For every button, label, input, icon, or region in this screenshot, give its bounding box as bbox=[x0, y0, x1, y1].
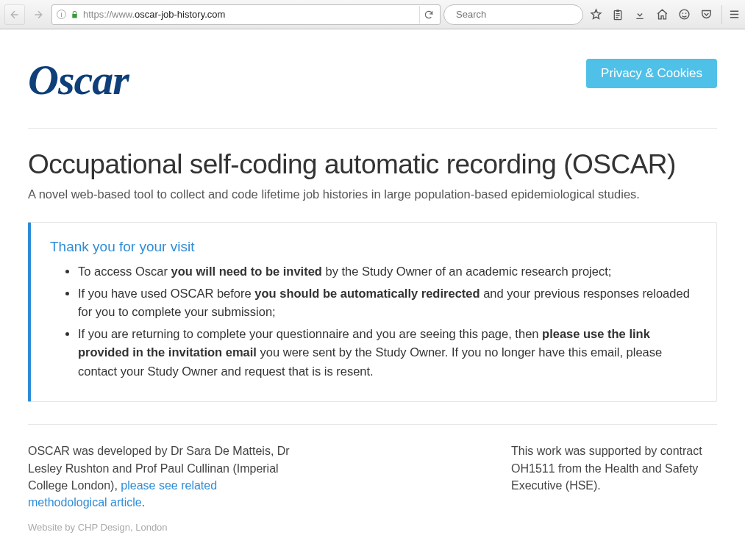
home-icon bbox=[656, 8, 669, 21]
logo: Oscar bbox=[28, 59, 129, 101]
search-input[interactable] bbox=[456, 9, 580, 20]
svg-point-5 bbox=[685, 12, 686, 14]
divider bbox=[28, 128, 717, 129]
menu-button[interactable] bbox=[721, 5, 741, 24]
browser-chrome: i https://www.oscar-job-history.com bbox=[0, 0, 745, 29]
page-header: Oscar Privacy & Cookies bbox=[28, 59, 717, 101]
clipboard-icon bbox=[612, 9, 624, 21]
arrow-left-icon bbox=[10, 10, 20, 20]
svg-point-4 bbox=[682, 12, 683, 14]
pocket-icon bbox=[700, 8, 713, 21]
page-subtitle: A novel web-based tool to collect and co… bbox=[28, 187, 717, 201]
footer: OSCAR was developed by Dr Sara De Mattei… bbox=[28, 442, 717, 535]
star-icon bbox=[590, 8, 602, 21]
home-button[interactable] bbox=[652, 5, 671, 24]
forward-button[interactable] bbox=[28, 4, 49, 25]
arrow-right-icon bbox=[33, 10, 43, 20]
notice-list: To access Oscar you will need to be invi… bbox=[50, 262, 697, 381]
lock-icon bbox=[71, 10, 79, 19]
info-icon: i bbox=[57, 10, 66, 19]
page-title: Occupational self-coding automatic recor… bbox=[28, 149, 717, 180]
hamburger-icon bbox=[728, 8, 741, 21]
back-button[interactable] bbox=[4, 4, 25, 25]
download-icon bbox=[634, 9, 646, 21]
privacy-cookies-button[interactable]: Privacy & Cookies bbox=[586, 59, 717, 88]
smiley-icon bbox=[678, 8, 691, 21]
pocket-button[interactable] bbox=[696, 5, 716, 24]
bookmark-star-button[interactable] bbox=[586, 5, 605, 24]
reload-icon bbox=[424, 10, 434, 20]
notice-box: Thank you for your visit To access Oscar… bbox=[28, 222, 717, 402]
url-bar[interactable]: i https://www.oscar-job-history.com bbox=[51, 4, 441, 25]
page-content: Oscar Privacy & Cookies Occupational sel… bbox=[0, 29, 745, 557]
svg-rect-2 bbox=[616, 10, 619, 12]
notice-heading: Thank you for your visit bbox=[50, 239, 697, 255]
list-item: To access Oscar you will need to be invi… bbox=[78, 262, 697, 281]
footer-credit: Website by CHP Design, London bbox=[28, 521, 293, 535]
downloads-button[interactable] bbox=[630, 5, 649, 24]
reload-button[interactable] bbox=[419, 6, 437, 24]
chat-button[interactable] bbox=[674, 5, 694, 24]
list-item: If you have used OSCAR before you should… bbox=[78, 284, 697, 322]
footer-right: This work was supported by contract OH15… bbox=[511, 442, 717, 535]
library-button[interactable] bbox=[608, 5, 627, 24]
svg-point-3 bbox=[680, 10, 689, 19]
divider bbox=[28, 424, 717, 425]
url-text: https://www.oscar-job-history.com bbox=[83, 9, 415, 20]
list-item: If you are returning to complete your qu… bbox=[78, 325, 697, 381]
search-bar[interactable] bbox=[443, 4, 583, 25]
footer-left: OSCAR was developed by Dr Sara De Mattei… bbox=[28, 442, 293, 535]
